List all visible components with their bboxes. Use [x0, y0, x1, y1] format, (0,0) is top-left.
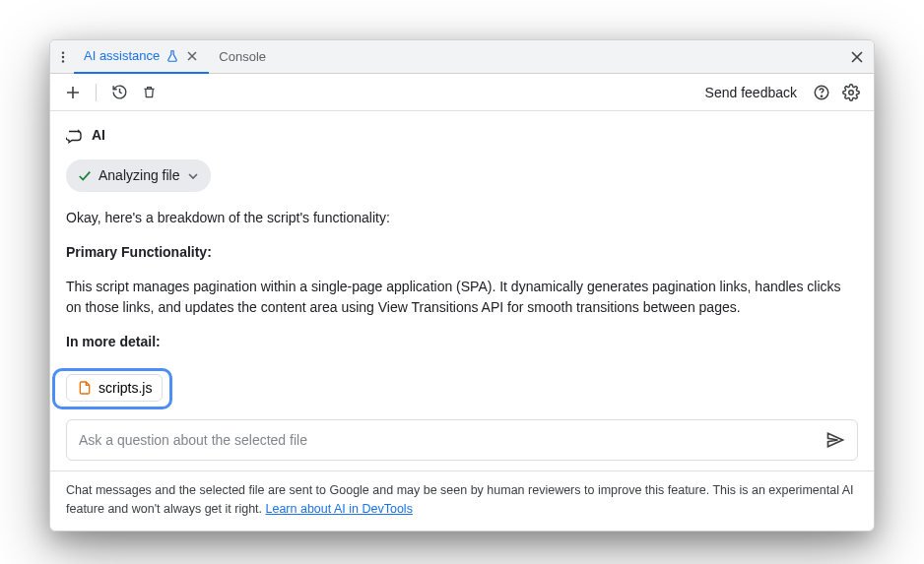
tab-close-button[interactable] [185, 49, 199, 63]
tab-strip: AI assistance Console [50, 40, 874, 74]
check-icon [78, 169, 92, 183]
file-chip-label: scripts.js [99, 380, 152, 396]
disclaimer-text: Chat messages and the selected file are … [66, 483, 854, 516]
message-body-1: This script manages pagination within a … [66, 277, 858, 318]
flask-icon [165, 49, 179, 63]
history-button[interactable] [106, 80, 132, 105]
devtools-panel: AI assistance Console Send feedback [49, 39, 875, 532]
svg-point-4 [821, 95, 822, 96]
chip-label: Analyzing file [99, 165, 180, 186]
svg-point-1 [62, 55, 64, 57]
message-heading-2: In more detail: [66, 332, 858, 352]
toolbar-separator [96, 84, 97, 101]
ai-header: AI [66, 125, 858, 146]
delete-button[interactable] [136, 80, 162, 105]
svg-point-0 [62, 51, 64, 53]
tab-ai-assistance[interactable]: AI assistance [74, 40, 209, 74]
send-button[interactable] [822, 426, 849, 454]
panel-close-button[interactable] [842, 42, 872, 72]
sparkle-icon [66, 127, 84, 145]
send-feedback-link[interactable]: Send feedback [697, 81, 805, 104]
tab-label: AI assistance [84, 48, 160, 63]
file-context-row: scripts.js [50, 374, 874, 411]
prompt-input[interactable] [79, 432, 822, 448]
file-icon [77, 380, 93, 396]
disclaimer: Chat messages and the selected file are … [50, 470, 874, 531]
settings-button[interactable] [838, 80, 864, 105]
analyzing-chip[interactable]: Analyzing file [66, 159, 211, 192]
tab-label: Console [219, 49, 266, 64]
prompt-input-row [66, 419, 858, 461]
chat-content: AI Analyzing file Okay, here's a breakdo… [50, 111, 874, 374]
chevron-down-icon [187, 170, 199, 182]
ai-label: AI [92, 125, 105, 146]
disclaimer-link[interactable]: Learn about AI in DevTools [266, 502, 413, 516]
new-chat-button[interactable] [60, 80, 86, 105]
tab-console[interactable]: Console [209, 40, 276, 74]
svg-point-5 [849, 90, 854, 94]
message-intro: Okay, here's a breakdown of the script's… [66, 208, 858, 228]
help-button[interactable] [809, 80, 834, 105]
message-heading-1: Primary Functionality: [66, 242, 858, 263]
more-tabs-button[interactable] [52, 44, 74, 70]
file-chip[interactable]: scripts.js [66, 374, 163, 402]
toolbar: Send feedback [50, 74, 874, 111]
svg-point-2 [62, 60, 64, 62]
